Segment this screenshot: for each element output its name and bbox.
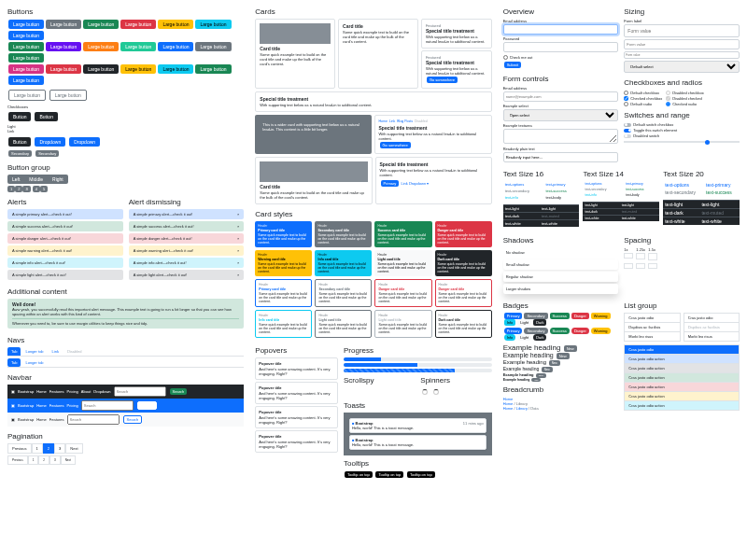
small-button[interactable]: Secondary: [35, 150, 59, 157]
nav-pill[interactable]: Longer tab: [21, 358, 47, 367]
large-button[interactable]: Large button: [83, 42, 119, 51]
page-num-active[interactable]: 2: [43, 443, 54, 454]
btn-group-item[interactable]: 3: [22, 186, 30, 192]
large-button[interactable]: Large button: [8, 31, 44, 40]
btn-group-item[interactable]: 1: [7, 186, 15, 192]
list-item[interactable]: Morbi leo risus: [624, 331, 680, 342]
switch-off[interactable]: [624, 123, 631, 127]
checkbox[interactable]: [624, 91, 628, 95]
large-button[interactable]: Large button: [158, 20, 193, 29]
bc-link[interactable]: Library: [516, 406, 528, 411]
list-item-info[interactable]: Cras justo odio action: [624, 400, 740, 411]
close-icon[interactable]: ×: [237, 224, 239, 229]
nav-link[interactable]: Pricing: [67, 389, 78, 394]
outline-button[interactable]: Large button: [49, 90, 87, 101]
large-button[interactable]: Large button: [120, 64, 156, 74]
email-input[interactable]: [503, 91, 619, 102]
nav-link[interactable]: About: [81, 389, 91, 394]
search-button[interactable]: Search: [123, 415, 143, 424]
outline-button[interactable]: Large button: [8, 90, 46, 101]
close-icon[interactable]: ×: [237, 260, 239, 265]
search-button[interactable]: Search: [137, 401, 157, 410]
select-sizing[interactable]: Default select: [624, 61, 740, 73]
large-button[interactable]: Large button: [120, 42, 156, 51]
large-button[interactable]: Large button: [46, 20, 81, 29]
large-button[interactable]: Large button: [120, 20, 156, 29]
range-slider[interactable]: [624, 141, 740, 143]
card-link[interactable]: Blog Posts: [397, 119, 413, 123]
large-button[interactable]: Large button: [8, 53, 44, 63]
large-button[interactable]: Large button: [83, 20, 119, 29]
btn-group-right[interactable]: Right: [48, 175, 68, 184]
close-icon[interactable]: ×: [237, 273, 239, 277]
go-button[interactable]: Go somewhere: [427, 77, 458, 83]
radio[interactable]: [624, 102, 628, 106]
large-button[interactable]: Large button: [158, 64, 193, 74]
navbar-brand[interactable]: Bootstrap: [18, 417, 34, 422]
radio[interactable]: [666, 102, 670, 106]
nav-link[interactable]: Home: [36, 389, 47, 394]
page-next[interactable]: Next: [61, 455, 76, 465]
nav-pill[interactable]: Tab: [7, 358, 21, 367]
card-link[interactable]: Home: [379, 119, 388, 123]
input-sm[interactable]: [624, 51, 740, 59]
large-button[interactable]: Large button: [195, 42, 231, 51]
navbar-brand[interactable]: Bootstrap: [18, 389, 34, 394]
small-button[interactable]: Secondary: [8, 150, 32, 157]
nav-link[interactable]: Home: [36, 403, 47, 408]
nav-link[interactable]: Features: [49, 417, 64, 422]
close-icon[interactable]: ×: [237, 212, 239, 217]
large-button[interactable]: Large button: [8, 20, 44, 29]
btn-group-item[interactable]: 5: [40, 186, 48, 192]
large-button[interactable]: Large button: [46, 42, 81, 51]
nav-tab[interactable]: Tab: [7, 347, 21, 356]
page-num[interactable]: 3: [49, 455, 61, 465]
large-button[interactable]: Large button: [83, 64, 119, 74]
nav-tab[interactable]: Longer tab: [21, 347, 47, 356]
search-button[interactable]: Search: [170, 388, 188, 395]
large-button[interactable]: Large button: [8, 42, 44, 51]
btn-group-item[interactable]: 2: [15, 186, 22, 192]
textarea-field[interactable]: [503, 129, 619, 144]
page-prev[interactable]: Previous: [7, 455, 28, 465]
toolbar-button[interactable]: Dropdown: [35, 137, 65, 147]
navbar-search[interactable]: [114, 386, 166, 397]
large-button[interactable]: Large button: [195, 20, 231, 29]
dark-button[interactable]: Button: [35, 112, 57, 121]
go-button[interactable]: Go somewhere: [380, 142, 411, 148]
link[interactable]: Dropdown ▾: [409, 181, 429, 186]
navbar-brand[interactable]: Bootstrap: [18, 403, 34, 408]
close-icon[interactable]: ×: [237, 248, 239, 253]
large-button[interactable]: Large button: [8, 76, 44, 85]
input-lg[interactable]: [624, 24, 740, 37]
toolbar-button[interactable]: Button: [8, 137, 31, 147]
btn-group-middle[interactable]: Middle: [24, 175, 48, 184]
nav-link[interactable]: Dropdown: [93, 389, 110, 394]
large-button[interactable]: Large button: [195, 64, 231, 74]
link[interactable]: Link: [401, 181, 407, 186]
large-button[interactable]: Large button: [46, 64, 81, 74]
card-link[interactable]: Link: [389, 119, 395, 123]
primary-button[interactable]: Primary: [381, 180, 400, 187]
navbar-search[interactable]: [67, 414, 120, 425]
bc-link[interactable]: Home: [503, 406, 514, 411]
btn-group-left[interactable]: Left: [7, 175, 24, 184]
page-next[interactable]: Next: [65, 443, 82, 454]
page-prev[interactable]: Previous: [7, 443, 32, 454]
switch-on[interactable]: [624, 129, 631, 133]
page-num[interactable]: 1: [28, 455, 39, 465]
select-field[interactable]: Open select: [503, 109, 619, 121]
page-num[interactable]: 2: [38, 455, 49, 465]
page-num[interactable]: 1: [32, 443, 43, 454]
large-button[interactable]: Large button: [158, 42, 193, 51]
list-item[interactable]: Morbi leo risus: [684, 331, 740, 342]
submit-button[interactable]: Submit: [504, 62, 521, 68]
large-button[interactable]: Large button: [8, 64, 44, 74]
close-icon[interactable]: ×: [237, 236, 239, 241]
checkbox[interactable]: [624, 96, 628, 101]
input-md[interactable]: [624, 39, 740, 49]
nav-tab[interactable]: Link: [49, 347, 63, 356]
check-me[interactable]: [503, 55, 508, 60]
toolbar-button[interactable]: Dropdown: [69, 137, 100, 147]
btn-group-item[interactable]: 4: [33, 186, 40, 192]
